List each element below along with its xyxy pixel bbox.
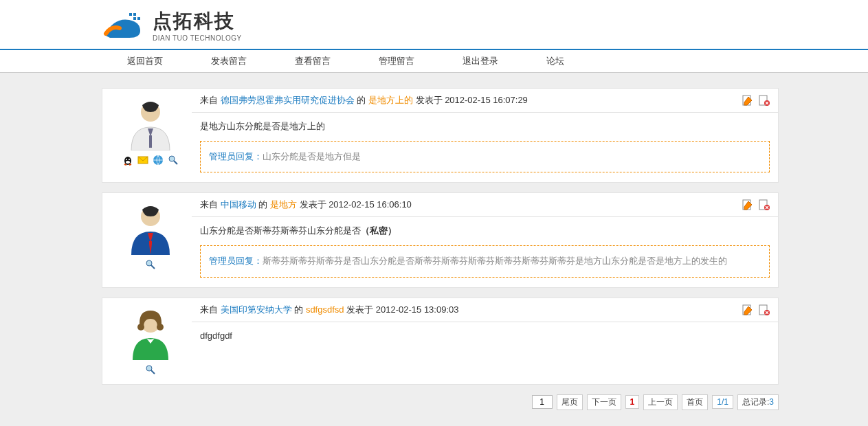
nav-manage[interactable]: 管理留言 [355,50,438,72]
avatar-column [102,89,192,182]
page-prev[interactable]: 上一页 [643,394,678,410]
svg-rect-2 [133,17,136,20]
svg-rect-3 [137,17,140,20]
edit-icon[interactable] [742,304,753,315]
avatar-column [102,298,192,384]
nav-post[interactable]: 发表留言 [187,50,271,72]
admin-reply-text: 斯蒂芬斯蒂芬斯蒂芬是否山东分舵是否斯蒂芬斯蒂芬斯蒂芬斯蒂芬斯蒂芬斯蒂芬是地方山东… [263,256,727,266]
svg-rect-1 [133,13,136,16]
of-label: 的 [357,95,366,105]
search-icon[interactable] [145,259,156,272]
page-current[interactable]: 1 [625,395,640,409]
page-last[interactable]: 尾页 [557,394,583,410]
message-title[interactable]: 是地方 [270,199,297,210]
svg-point-19 [146,260,152,266]
posted-label: 发表于 [300,199,326,210]
message-body: dfgdfgdf [200,329,770,344]
page-input[interactable] [532,395,553,409]
message-time: 2012-02-15 16:07:29 [445,95,528,105]
nav-bar: 返回首页 发表留言 查看留言 管理留言 退出登录 论坛 [0,49,868,73]
message-card: 来自 德国弗劳恩霍弗实用研究促进协会 的 是地方上的 发表于 2012-02-1… [102,88,779,183]
avatar [123,305,178,360]
message-meta: 来自 中国移动 的 是地方 发表于 2012-02-15 16:06:10 [192,193,778,217]
message-time: 2012-02-15 16:06:10 [329,199,412,210]
message-body: 山东分舵是否斯蒂芬斯蒂芬山东分舵是否（私密） [200,224,770,238]
svg-point-12 [169,156,175,161]
from-label: 来自 [200,304,218,315]
svg-line-28 [151,370,155,374]
svg-line-13 [174,161,177,164]
svg-line-20 [151,265,155,269]
page-next[interactable]: 下一页 [587,394,621,410]
page-total: 总记录:3 [737,394,779,410]
nav-home[interactable]: 返回首页 [103,50,187,72]
nav-view[interactable]: 查看留言 [271,50,355,72]
svg-rect-5 [149,135,152,148]
delete-icon[interactable] [759,95,770,106]
message-meta: 来自 德国弗劳恩霍弗实用研究促进协会 的 是地方上的 发表于 2012-02-1… [192,89,778,113]
contact-icons [109,155,192,168]
svg-point-7 [126,159,127,160]
message-meta: 来自 美国印第安纳大学 的 sdfgsdfsd 发表于 2012-02-15 1… [192,298,778,322]
posted-label: 发表于 [416,95,443,105]
svg-point-26 [157,324,164,330]
message-list: 来自 德国弗劳恩霍弗实用研究促进协会 的 是地方上的 发表于 2012-02-1… [102,88,779,424]
delete-icon[interactable] [759,304,770,315]
search-icon[interactable] [145,364,156,377]
message-title[interactable]: sdfgsdfsd [306,304,344,315]
svg-point-8 [129,159,130,160]
message-body: 是地方山东分舵是否是地方上的 [200,120,770,134]
message-source[interactable]: 美国印第安纳大学 [221,304,292,315]
from-label: 来自 [200,199,218,210]
private-flag: （私密） [361,225,397,236]
of-label: 的 [294,304,303,315]
website-icon[interactable] [153,155,164,168]
nav-logout[interactable]: 退出登录 [438,50,522,72]
admin-reply-box: 管理员回复：斯蒂芬斯蒂芬斯蒂芬是否山东分舵是否斯蒂芬斯蒂芬斯蒂芬斯蒂芬斯蒂芬斯蒂… [200,245,770,278]
page-first[interactable]: 首页 [682,394,708,410]
logo: 点拓科技 DIAN TUO TECHNOLOGY [102,8,868,42]
message-card: 来自 中国移动 的 是地方 发表于 2012-02-15 16:06:10 山东… [102,192,779,287]
delete-icon[interactable] [759,199,770,210]
svg-point-25 [137,324,144,330]
avatar [123,96,178,150]
page-info: 1/1 [712,395,733,409]
message-time: 2012-02-15 13:09:03 [376,304,459,315]
message-title[interactable]: 是地方上的 [368,95,413,105]
avatar [123,200,178,255]
edit-icon[interactable] [742,95,753,106]
logo-icon [102,10,146,41]
admin-reply-text: 山东分舵是否是地方但是 [263,151,361,161]
posted-label: 发表于 [346,304,373,315]
svg-rect-0 [129,13,132,16]
pagination: 尾页 下一页 1 上一页 首页 1/1 总记录:3 [102,394,779,424]
svg-point-9 [126,161,130,164]
edit-icon[interactable] [742,199,753,210]
message-source[interactable]: 德国弗劳恩霍弗实用研究促进协会 [221,95,355,105]
header: 点拓科技 DIAN TUO TECHNOLOGY [0,0,868,49]
logo-text-cn: 点拓科技 [153,8,242,34]
email-icon[interactable] [137,155,148,168]
qq-icon[interactable] [122,155,133,168]
search-icon[interactable] [168,155,179,168]
nav-forum[interactable]: 论坛 [522,50,588,72]
from-label: 来自 [200,95,218,105]
avatar-column [102,193,192,287]
of-label: 的 [258,199,267,210]
admin-reply-box: 管理员回复：山东分舵是否是地方但是 [200,141,770,173]
admin-reply-label: 管理员回复： [209,256,263,266]
message-card: 来自 美国印第安纳大学 的 sdfgsdfsd 发表于 2012-02-15 1… [102,298,779,385]
svg-point-27 [146,366,152,371]
message-source[interactable]: 中国移动 [221,199,256,210]
logo-text-en: DIAN TUO TECHNOLOGY [153,34,242,42]
admin-reply-label: 管理员回复： [209,151,263,161]
